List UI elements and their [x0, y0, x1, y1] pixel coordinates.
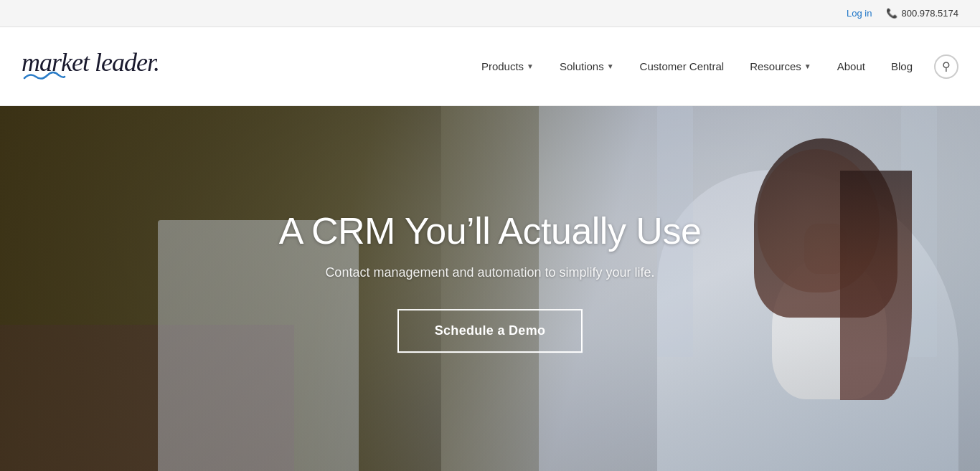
nav-label-solutions: Solutions: [560, 60, 604, 72]
login-link[interactable]: Log in: [847, 8, 872, 19]
nav-item-products[interactable]: Products ▼: [471, 54, 544, 78]
hero-section: A CRM You’ll Actually Use Contact manage…: [0, 106, 980, 471]
nav-label-customer-central: Customer Central: [640, 60, 725, 72]
main-nav: Products ▼ Solutions ▼ Customer Central …: [471, 54, 958, 79]
logo-wave: [23, 71, 66, 84]
search-icon: ⚲: [942, 60, 951, 73]
search-button[interactable]: ⚲: [934, 54, 958, 79]
hero-title: A CRM You’ll Actually Use: [239, 210, 741, 253]
schedule-demo-button[interactable]: Schedule a Demo: [397, 309, 583, 353]
nav-item-about[interactable]: About: [827, 54, 875, 78]
top-bar: Log in 📞 800.978.5174: [0, 0, 980, 27]
nav-label-products: Products: [481, 60, 524, 72]
phone-icon: 📞: [886, 8, 897, 19]
chevron-down-icon: ▼: [804, 62, 811, 70]
logo[interactable]: market leader.: [22, 49, 159, 84]
hero-content: A CRM You’ll Actually Use Contact manage…: [239, 210, 741, 353]
logo-text-leader: leader: [95, 48, 154, 77]
nav-label-about: About: [837, 60, 865, 72]
phone-number: 800.978.5174: [901, 8, 958, 19]
nav-item-solutions[interactable]: Solutions ▼: [550, 54, 624, 78]
nav-item-resources[interactable]: Resources ▼: [740, 54, 821, 78]
phone-display: 📞 800.978.5174: [886, 8, 958, 19]
chevron-down-icon: ▼: [607, 62, 614, 70]
nav-item-blog[interactable]: Blog: [881, 54, 923, 78]
chevron-down-icon: ▼: [527, 62, 534, 70]
hero-subtitle: Contact management and automation to sim…: [239, 265, 741, 280]
nav-label-resources: Resources: [750, 60, 801, 72]
figure-hair-side: [840, 171, 912, 400]
nav-label-blog: Blog: [891, 60, 913, 72]
nav-item-customer-central[interactable]: Customer Central: [630, 54, 735, 78]
site-header: market leader. Products ▼ Solutions ▼ Cu…: [0, 27, 980, 106]
